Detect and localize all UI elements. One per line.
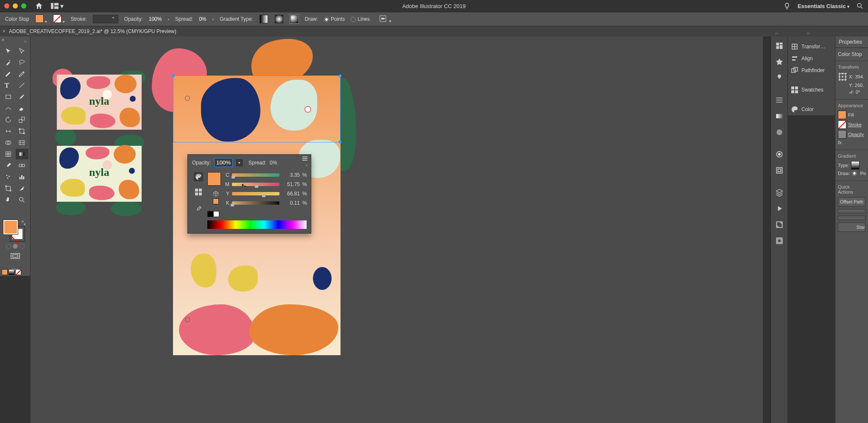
fill-indicator[interactable] bbox=[3, 220, 18, 234]
draw-points-radio[interactable]: Points bbox=[324, 16, 345, 22]
transform-panel-button[interactable]: Transfor… bbox=[788, 41, 835, 53]
opacity-value[interactable]: 100% bbox=[149, 16, 162, 22]
swatches-panel-button[interactable]: Swatches bbox=[788, 84, 835, 96]
popup-spread-value[interactable]: 0% bbox=[270, 160, 277, 166]
gradient-linear-icon[interactable] bbox=[260, 15, 268, 23]
artboards-panel-icon[interactable] bbox=[775, 237, 784, 245]
hand-tool[interactable] bbox=[2, 195, 15, 205]
spread-expand-icon[interactable]: › bbox=[212, 17, 214, 22]
transparency-panel-icon[interactable] bbox=[775, 128, 784, 136]
zoom-tool[interactable] bbox=[16, 195, 29, 205]
links-panel-icon[interactable] bbox=[775, 220, 784, 229]
popup-expand-icon[interactable]: › bbox=[306, 162, 307, 167]
document-tab[interactable]: ADOBE_CREATIVECOFFEE_2019_2.ai* @ 12.5% … bbox=[9, 28, 176, 34]
mesh-tool[interactable] bbox=[2, 149, 15, 159]
canvas-area[interactable]: nyla nyla Opac bbox=[31, 36, 763, 423]
draw-inside-icon[interactable] bbox=[20, 244, 25, 249]
scale-tool[interactable] bbox=[16, 114, 29, 125]
minimize-window[interactable] bbox=[13, 3, 18, 8]
layers-panel-icon[interactable] bbox=[775, 188, 784, 197]
shaper-tool[interactable] bbox=[2, 103, 15, 114]
rotate-tool[interactable] bbox=[2, 114, 15, 125]
column-graph-tool[interactable] bbox=[16, 172, 29, 182]
align-to-icon[interactable]: ▾ bbox=[379, 15, 391, 24]
cyan-slider[interactable]: C 3.35% bbox=[224, 172, 307, 178]
libraries-icon[interactable] bbox=[775, 58, 784, 66]
type-tool[interactable]: T bbox=[2, 80, 15, 91]
free-transform-tool[interactable] bbox=[16, 126, 29, 136]
gradient-radial-icon[interactable] bbox=[275, 15, 283, 23]
quick-action-button[interactable] bbox=[838, 209, 865, 213]
eyedropper-tool[interactable] bbox=[2, 160, 15, 171]
reference-point-icon[interactable] bbox=[838, 72, 847, 81]
swatches-tab[interactable] bbox=[194, 187, 203, 197]
stroke-panel-icon[interactable] bbox=[775, 96, 784, 104]
color-picker-tab[interactable] bbox=[194, 204, 203, 214]
draw-mode-radio[interactable] bbox=[852, 171, 857, 176]
draw-normal-icon[interactable] bbox=[6, 244, 11, 249]
perspective-grid-tool[interactable] bbox=[16, 137, 29, 148]
yellow-slider[interactable]: Y 66.81% bbox=[224, 191, 307, 197]
appearance-panel-icon[interactable] bbox=[775, 150, 784, 159]
arrange-documents[interactable]: ▾ bbox=[51, 2, 64, 10]
lasso-tool[interactable] bbox=[16, 57, 29, 68]
magenta-slider[interactable]: M 51.75% bbox=[224, 181, 307, 187]
fx-row[interactable]: fx. bbox=[838, 140, 865, 145]
home-icon[interactable] bbox=[35, 2, 43, 10]
paintbrush-tool[interactable] bbox=[16, 92, 29, 102]
fill-swatch-control[interactable]: ▾ bbox=[35, 14, 47, 24]
spectrum-bar[interactable] bbox=[207, 220, 307, 229]
search-icon[interactable] bbox=[856, 2, 864, 10]
angle-value[interactable]: 0° bbox=[856, 89, 860, 95]
popup-opacity-input[interactable] bbox=[214, 158, 233, 167]
black-slider[interactable]: K 0.11% bbox=[224, 200, 307, 206]
close-window[interactable] bbox=[4, 3, 9, 8]
swap-fill-stroke-icon[interactable] bbox=[21, 220, 27, 226]
opacity-row[interactable]: Opacity bbox=[838, 130, 865, 139]
gradient-tool[interactable] bbox=[16, 149, 29, 159]
magic-wand-tool[interactable] bbox=[2, 57, 15, 68]
gradient-panel-icon[interactable] bbox=[775, 112, 784, 120]
gradient-type-swatch[interactable] bbox=[851, 161, 860, 170]
fill-stroke-indicator[interactable] bbox=[2, 219, 28, 242]
workspace-switcher[interactable]: Essentials Classic ▾ bbox=[798, 3, 849, 9]
popup-opacity-dropdown[interactable]: ▾ bbox=[236, 159, 243, 166]
actions-icon[interactable] bbox=[775, 204, 784, 213]
blend-tool[interactable] bbox=[16, 160, 29, 171]
align-panel-button[interactable]: Align bbox=[788, 53, 835, 64]
color-mixer-tab[interactable] bbox=[194, 172, 203, 181]
quick-action-button[interactable] bbox=[838, 216, 865, 220]
none-mode-icon[interactable] bbox=[15, 269, 21, 275]
selection-tool[interactable] bbox=[2, 46, 15, 56]
gradient-point[interactable] bbox=[185, 317, 190, 322]
curvature-tool[interactable] bbox=[16, 69, 29, 79]
tab-close-icon[interactable]: × bbox=[3, 28, 6, 34]
toolbox-collapse[interactable]: ‹‹ bbox=[2, 39, 28, 44]
gradient-freeform-icon[interactable] bbox=[290, 15, 299, 23]
line-tool[interactable] bbox=[16, 80, 29, 91]
width-tool[interactable] bbox=[2, 126, 15, 136]
slice-tool[interactable] bbox=[16, 183, 29, 194]
shape-builder-tool[interactable] bbox=[2, 137, 15, 148]
spread-value[interactable]: 0% bbox=[199, 16, 206, 22]
symbol-sprayer-tool[interactable] bbox=[2, 172, 15, 182]
properties-panel-icon[interactable] bbox=[775, 42, 784, 50]
rectangle-tool[interactable] bbox=[2, 92, 15, 102]
popup-menu-icon[interactable] bbox=[302, 156, 307, 161]
draw-behind-icon[interactable] bbox=[13, 244, 18, 249]
y-position-value[interactable]: 260. bbox=[855, 83, 864, 88]
offset-path-button[interactable]: Offset Path bbox=[838, 197, 865, 206]
color-mode-icon[interactable] bbox=[2, 269, 8, 275]
screen-mode-icon[interactable] bbox=[2, 253, 28, 262]
x-position-value[interactable]: 394. bbox=[855, 74, 864, 79]
start-button[interactable]: Star bbox=[838, 223, 865, 232]
direct-selection-tool[interactable] bbox=[16, 46, 29, 56]
stroke-weight-input[interactable]: ⌃ bbox=[93, 15, 118, 23]
stroke-swatch-control[interactable]: ▾ bbox=[53, 14, 65, 24]
pen-tool[interactable] bbox=[2, 69, 15, 79]
color-panel-button[interactable]: Color bbox=[788, 103, 835, 115]
brushes-icon[interactable] bbox=[775, 74, 784, 82]
libraries-tab[interactable]: L bbox=[865, 36, 868, 47]
graphic-styles-icon[interactable] bbox=[775, 166, 784, 175]
black-white-shortcut[interactable] bbox=[207, 211, 307, 217]
